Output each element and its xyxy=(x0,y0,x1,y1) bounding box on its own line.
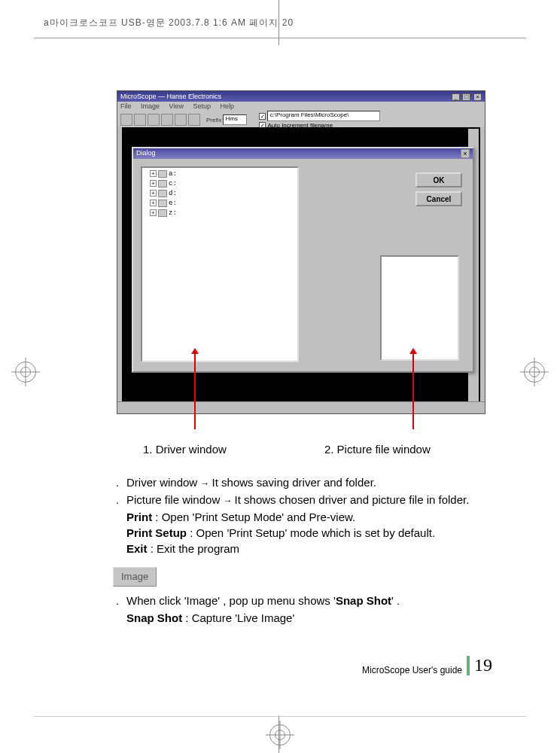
text: It shows saving driver and folder. xyxy=(212,476,376,489)
text: : Open 'Print Setup Mode' and Pre-view. xyxy=(152,511,355,523)
caption-picture-window: 2. Picture file window xyxy=(324,443,431,456)
dialog-buttons: OK Cancel xyxy=(415,172,462,206)
footer-bar xyxy=(467,656,470,675)
dialog-body: +a: +c: +d: +e: +z: OK Cancel xyxy=(133,159,473,371)
registration-mark-right xyxy=(524,361,545,383)
text: Snap Shot xyxy=(336,594,391,607)
crop-mark-bottom-v xyxy=(278,715,279,753)
drive-tree-pane[interactable]: +a: +c: +d: +e: +z: xyxy=(141,166,299,362)
text: When click 'Image' , pop up menu shows ' xyxy=(126,594,336,607)
ok-button[interactable]: OK xyxy=(415,172,462,187)
text: ' . xyxy=(391,594,400,607)
crop-mark-top-v xyxy=(278,0,279,45)
bullet-dot: . xyxy=(113,474,122,490)
preview-pane xyxy=(380,255,459,361)
caption-driver-window: 1. Driver window xyxy=(143,443,227,456)
toolbar-button[interactable] xyxy=(161,114,173,126)
dialog-window: Dialog × +a: +c: +d: +e: +z: OK Cancel xyxy=(132,147,474,373)
label: Snap Shot xyxy=(126,611,182,624)
close-button[interactable]: × xyxy=(473,93,482,101)
drive-item[interactable]: +z: xyxy=(144,209,296,218)
toolbar-button[interactable] xyxy=(134,114,146,126)
registration-mark-bottom xyxy=(269,724,291,745)
network-drive-icon xyxy=(158,209,167,217)
page-number: 19 xyxy=(474,655,492,675)
text: : Open 'Print Setup' mode which is set b… xyxy=(187,526,435,539)
toolbar: Prefix Hms ✓ c:\Program Files\MicroScope… xyxy=(117,112,485,127)
bullet-image: . When click 'Image' , pop up menu shows… xyxy=(113,593,482,608)
text: : Capture 'Live Image' xyxy=(182,611,294,624)
footer-label: MicroScope User's guide xyxy=(362,665,462,675)
toolbar-button[interactable] xyxy=(175,114,187,126)
drive-item[interactable]: +c: xyxy=(144,179,296,189)
app-title: MicroScope — Hanse Electronics xyxy=(120,93,221,100)
maximize-button[interactable]: □ xyxy=(462,93,470,101)
drive-item[interactable]: +a: xyxy=(144,169,296,179)
image-menu-badge: Image xyxy=(113,567,157,587)
window-controls: _ □ × xyxy=(451,93,482,101)
callout-arrow-2 xyxy=(412,354,414,429)
label: Print xyxy=(126,511,152,523)
drive-item[interactable]: +d: xyxy=(144,189,296,199)
prefix-input[interactable]: Hms xyxy=(223,114,247,125)
menu-image[interactable]: Image xyxy=(141,102,160,110)
cd-icon xyxy=(158,190,167,197)
label: Print Setup xyxy=(126,526,187,539)
callout-arrow-1 xyxy=(194,354,196,429)
bullet-dot: . xyxy=(113,593,122,608)
toolbar-button[interactable] xyxy=(188,114,200,126)
caption-row: 1. Driver window 2. Picture file window xyxy=(143,443,492,456)
page-footer: MicroScope User's guide 19 xyxy=(362,655,492,675)
path-checkbox[interactable]: ✓ xyxy=(259,113,266,120)
bullet-dot: . xyxy=(113,492,122,508)
label: Exit xyxy=(126,542,148,555)
print-line: Print : Open 'Print Setup Mode' and Pre-… xyxy=(113,509,482,525)
menu-setup[interactable]: Setup xyxy=(193,102,211,110)
path-input[interactable]: c:\Program Files\MicroScope\ xyxy=(267,111,380,121)
toolbar-button[interactable] xyxy=(148,114,160,126)
crop-mark-bottom-h xyxy=(34,716,526,717)
arrow-icon: → xyxy=(223,495,231,508)
dialog-close-icon[interactable]: × xyxy=(461,149,470,158)
snap-line: Snap Shot : Capture 'Live Image' xyxy=(113,610,482,626)
cancel-button[interactable]: Cancel xyxy=(415,191,462,206)
app-titlebar: MicroScope — Hanse Electronics _ □ × xyxy=(117,91,485,102)
menu-help[interactable]: Help xyxy=(220,102,234,110)
arrow-icon: → xyxy=(200,477,208,490)
drive-item[interactable]: +e: xyxy=(144,199,296,209)
prefix-label: Prefix xyxy=(206,117,221,123)
path-row: ✓ c:\Program Files\MicroScope\ xyxy=(259,111,380,121)
text: Picture file window xyxy=(126,493,223,506)
dialog-titlebar: Dialog × xyxy=(133,148,473,159)
dialog-title: Dialog xyxy=(136,149,156,158)
bullet-driver: . Driver window → It shows saving driver… xyxy=(113,474,482,490)
text: It shows chosen driver and picture file … xyxy=(235,493,470,506)
body-text: . Driver window → It shows saving driver… xyxy=(113,474,482,626)
bullet-picture: . Picture file window → It shows chosen … xyxy=(113,492,482,508)
cd-icon xyxy=(158,200,167,207)
menu-file[interactable]: File xyxy=(120,102,132,110)
floppy-icon xyxy=(158,170,167,178)
minimize-button[interactable]: _ xyxy=(452,93,460,101)
print-setup-line: Print Setup : Open 'Print Setup' mode wh… xyxy=(113,525,482,541)
hdd-icon xyxy=(158,180,167,187)
menu-view[interactable]: View xyxy=(169,102,184,110)
text: Driver window xyxy=(126,476,200,489)
toolbar-button[interactable] xyxy=(120,114,132,126)
text: : Exit the program xyxy=(148,542,240,555)
exit-line: Exit : Exit the program xyxy=(113,541,482,556)
statusbar xyxy=(117,401,485,413)
page-meta-header: a마이크로스코프 USB-영문 2003.7.8 1:6 AM 페이지 20 xyxy=(44,17,294,29)
crop-mark-top-h xyxy=(34,38,526,38)
registration-mark-left xyxy=(15,361,36,383)
